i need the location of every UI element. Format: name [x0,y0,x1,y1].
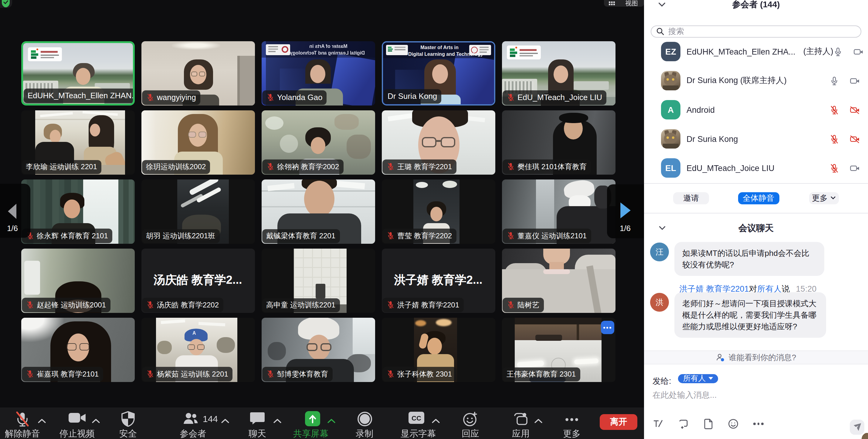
svg-text:CC: CC [411,414,421,422]
